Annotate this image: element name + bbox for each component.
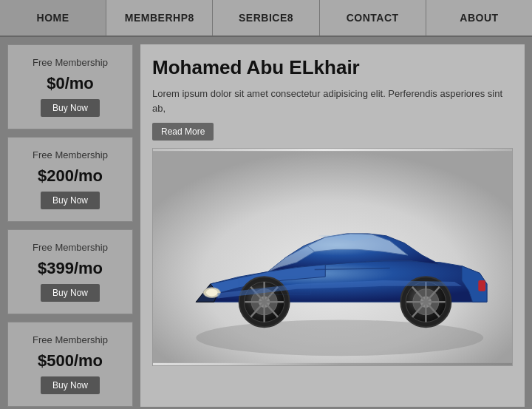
car-image <box>152 148 513 366</box>
navbar: HOME MEMBERHP8 SERBICE8 CONTACT ABOUT <box>0 0 532 37</box>
card-title-3: Free Membership <box>33 334 108 345</box>
svg-rect-4 <box>478 280 485 291</box>
nav-about[interactable]: ABOUT <box>426 0 532 36</box>
membership-card-1: Free Membership $200/mo Buy Now <box>7 137 133 222</box>
buy-button-1[interactable]: Buy Now <box>41 192 100 209</box>
card-price-0: $0/mo <box>47 74 94 93</box>
page-title: Mohamed Abu ELkhair <box>152 56 513 79</box>
membership-card-2: Free Membership $399/mo Buy Now <box>7 229 133 314</box>
nav-contact[interactable]: CONTACT <box>320 0 426 36</box>
nav-memberhp8[interactable]: MEMBERHP8 <box>106 0 213 36</box>
card-title-2: Free Membership <box>33 242 108 253</box>
main-layout: Free Membership $0/mo Buy Now Free Membe… <box>0 37 532 409</box>
sidebar: Free Membership $0/mo Buy Now Free Membe… <box>7 44 133 407</box>
nav-home[interactable]: HOME <box>0 0 106 36</box>
card-title-0: Free Membership <box>33 57 108 68</box>
membership-card-0: Free Membership $0/mo Buy Now <box>7 44 133 129</box>
main-content: Mohamed Abu ELkhair Lorem ipsum dolor si… <box>140 44 525 407</box>
car-illustration <box>153 149 512 365</box>
svg-point-3 <box>206 289 218 297</box>
membership-card-3: Free Membership $500/mo Buy Now <box>7 322 133 407</box>
buy-button-2[interactable]: Buy Now <box>41 284 100 302</box>
card-price-2: $399/mo <box>38 259 103 278</box>
card-price-3: $500/mo <box>38 351 103 371</box>
content-description: Lorem ipsum dolor sit amet consectetur a… <box>152 87 513 115</box>
nav-serbice8[interactable]: SERBICE8 <box>213 0 319 36</box>
buy-button-3[interactable]: Buy Now <box>41 376 100 394</box>
card-price-1: $200/mo <box>38 166 103 186</box>
svg-point-1 <box>196 320 483 356</box>
card-title-1: Free Membership <box>33 149 108 160</box>
buy-button-0[interactable]: Buy Now <box>41 99 100 117</box>
read-more-button[interactable]: Read More <box>152 123 214 141</box>
